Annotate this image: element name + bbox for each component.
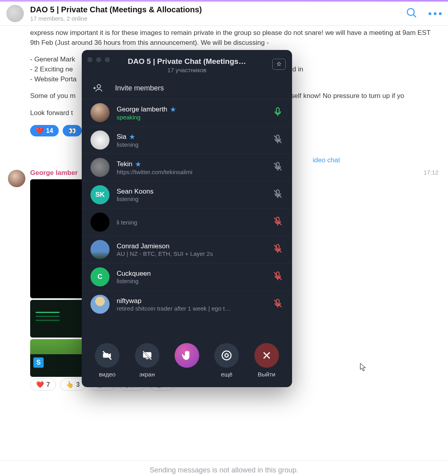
- participant-avatar: SK: [90, 185, 110, 204]
- chat-title[interactable]: DAO 5 | Private Chat (Meetings & Allocat…: [30, 5, 399, 14]
- participant-list: George lamberth ★speakingSia ★listeningT…: [82, 99, 292, 336]
- star-icon: ★: [129, 132, 135, 141]
- mic-icon: [272, 298, 283, 311]
- video-button[interactable]: видео: [95, 343, 119, 378]
- participant-name: George lamberth ★: [117, 105, 265, 114]
- mic-icon: [272, 216, 283, 228]
- reaction-pill[interactable]: ❤️ 7: [30, 378, 56, 391]
- leave-button[interactable]: Выйти: [254, 343, 279, 378]
- add-user-icon: [90, 83, 106, 93]
- participant-status: https://twitter.com/tekinsalimi: [117, 169, 252, 175]
- star-icon: ★: [170, 105, 176, 114]
- more-menu-icon[interactable]: [429, 12, 442, 15]
- svg-point-26: [222, 351, 231, 360]
- mic-icon: [272, 134, 283, 146]
- participant-row[interactable]: Tekin ★https://twitter.com/tekinsalimi: [82, 154, 292, 181]
- reaction-pill[interactable]: ❤️ 14: [30, 125, 59, 136]
- participant-name: niftywap: [117, 297, 265, 305]
- participant-avatar: [90, 158, 110, 177]
- svg-rect-5: [277, 108, 279, 113]
- mic-icon: [272, 271, 283, 283]
- star-icon: ★: [135, 160, 141, 169]
- window-controls[interactable]: [87, 57, 110, 62]
- participant-row[interactable]: Conrad JamiesonAU | NZ - BTC, ETH, SUI +…: [82, 236, 292, 263]
- participant-row[interactable]: CCuckqueenlistening: [82, 263, 292, 290]
- participant-avatar: [90, 240, 110, 259]
- participant-row[interactable]: SKSean Koonslistening: [82, 181, 292, 208]
- search-icon[interactable]: [406, 7, 417, 20]
- participant-row[interactable]: niftywapretired shitcoin trader after 1 …: [82, 290, 292, 318]
- invite-label: Invite members: [115, 84, 164, 92]
- participant-row[interactable]: li tening: [82, 208, 292, 236]
- participant-row[interactable]: Sia ★listening: [82, 126, 292, 154]
- mic-icon: [272, 106, 283, 119]
- more-button[interactable]: ещё: [214, 343, 239, 378]
- participant-name: Sean Koons: [117, 188, 265, 196]
- mic-icon: [272, 161, 283, 174]
- participant-name: Cuckqueen: [117, 270, 265, 278]
- raise-hand-button[interactable]: .: [175, 343, 199, 378]
- screen-share-button[interactable]: экран: [135, 343, 160, 378]
- participant-status: retired shitcoin trader after 1 week | e…: [117, 305, 252, 312]
- svg-rect-23: [146, 358, 148, 359]
- group-avatar[interactable]: [6, 5, 24, 22]
- participant-status: AU | NZ - BTC, ETH, SUI + Layer 2s: [117, 250, 252, 257]
- pin-button[interactable]: [272, 59, 286, 70]
- participant-status: listening: [117, 141, 252, 148]
- participant-avatar: C: [90, 267, 110, 286]
- invite-members-button[interactable]: Invite members: [82, 77, 292, 99]
- chat-subtitle: 17 members, 2 online: [30, 15, 399, 22]
- user-avatar[interactable]: [8, 170, 25, 187]
- participant-name: Tekin ★: [117, 160, 265, 169]
- participant-name: Conrad Jamieson: [117, 242, 265, 250]
- mic-icon: [272, 243, 283, 256]
- participant-avatar: [90, 295, 110, 314]
- message-time: 17:12: [423, 169, 438, 176]
- reaction-pill[interactable]: 👀: [63, 125, 82, 136]
- participant-avatar: [90, 103, 110, 122]
- voice-chat-window: DAO 5 | Private Chat (Meetings… 17 участ…: [82, 50, 292, 387]
- input-disabled-notice: Sending messages is not allowed in this …: [0, 460, 448, 476]
- participant-status: listening: [117, 278, 252, 284]
- participant-avatar: [90, 131, 110, 150]
- chat-header: DAO 5 | Private Chat (Meetings & Allocat…: [0, 2, 448, 26]
- mic-icon: [272, 188, 283, 201]
- participant-status: speaking: [117, 114, 252, 121]
- svg-point-0: [407, 8, 414, 15]
- voicechat-title: DAO 5 | Private Chat (Meetings…: [89, 57, 285, 66]
- participant-row[interactable]: George lamberth ★speaking: [82, 99, 292, 126]
- participant-status: listening: [117, 196, 252, 202]
- voicechat-toolbar: видео экран . ещё Выйти: [82, 336, 292, 387]
- svg-line-1: [413, 15, 416, 17]
- participant-name: Sia ★: [117, 132, 265, 141]
- svg-point-2: [97, 84, 101, 88]
- voicechat-subtitle: 17 участников: [89, 67, 285, 73]
- participant-avatar: [90, 213, 110, 232]
- participant-status: li tening: [117, 219, 252, 226]
